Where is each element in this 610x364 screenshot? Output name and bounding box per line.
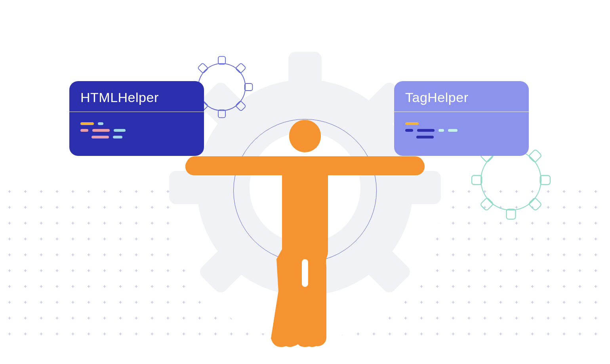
svg-rect-14 — [218, 57, 225, 64]
svg-rect-17 — [235, 100, 246, 111]
svg-point-13 — [198, 64, 246, 111]
svg-rect-25 — [540, 176, 550, 185]
code-token — [80, 122, 94, 125]
code-token — [92, 136, 109, 138]
code-token — [80, 129, 88, 132]
taghelper-card-title: TagHelper — [394, 81, 529, 112]
code-line — [80, 129, 193, 132]
svg-point-36 — [289, 120, 321, 152]
code-line — [80, 136, 193, 138]
svg-rect-26 — [528, 197, 542, 211]
code-line — [80, 122, 193, 125]
svg-rect-21 — [198, 63, 208, 74]
svg-rect-16 — [245, 83, 253, 91]
svg-point-22 — [481, 150, 541, 210]
htmlhelper-card-title: HTMLHelper — [69, 81, 204, 112]
svg-rect-24 — [528, 149, 542, 163]
code-token — [114, 129, 126, 132]
svg-rect-1 — [288, 52, 322, 91]
code-token — [92, 129, 110, 132]
svg-rect-15 — [235, 63, 246, 74]
code-token — [113, 136, 122, 138]
code-token — [438, 129, 444, 132]
code-token — [98, 122, 103, 125]
code-token — [448, 129, 458, 132]
svg-rect-39 — [302, 259, 308, 287]
svg-rect-27 — [507, 209, 516, 219]
diagram-stage: HTMLHelper TagHelper — [0, 0, 610, 364]
svg-rect-28 — [480, 197, 494, 211]
svg-rect-29 — [472, 176, 482, 185]
accessibility-person-icon — [182, 117, 428, 354]
svg-rect-38 — [284, 164, 326, 247]
